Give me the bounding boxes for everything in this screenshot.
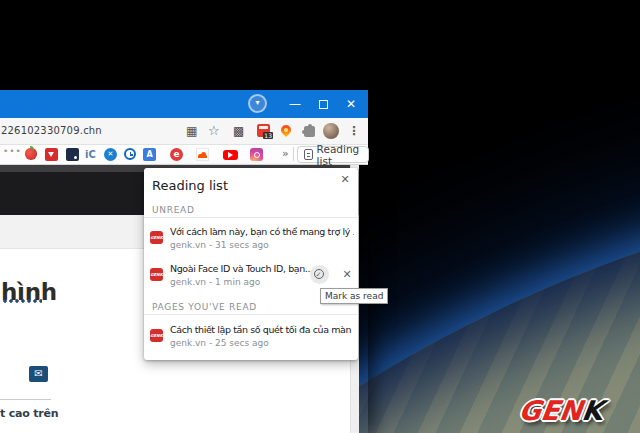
calendar-badge: 13 (263, 132, 273, 139)
mark-as-read-tooltip: Mark as read (320, 288, 388, 304)
instagram-favicon[interactable] (250, 148, 263, 161)
apple-favicon[interactable] (25, 148, 37, 160)
clock-favicon[interactable] (124, 148, 136, 160)
bookmarks-overflow-chevron[interactable]: » (282, 147, 289, 160)
youtube-favicon[interactable] (223, 150, 238, 160)
maximize-button[interactable] (308, 90, 338, 118)
bookmark-star-icon[interactable]: ☆ (208, 123, 220, 138)
reading-item-meta: genk.vn - 1 min ago (170, 277, 260, 287)
reading-item-title[interactable]: Cách thiết lập tần số quét tối đa của mà… (170, 324, 354, 335)
bookmarks-separator (293, 147, 294, 161)
mark-as-read-button[interactable]: ✓ (310, 265, 329, 284)
screenshot-root: GENK ▾ — ✕ 226102330709.chn ▦ ☆ ▩ 13 ⋮ •… (0, 0, 640, 433)
genk-favicon: GENK (150, 329, 163, 342)
titlebar-badge-icon: ▾ (248, 94, 267, 113)
reading-list-button-label: Reading list (317, 143, 362, 167)
genk-favicon: GENK (150, 268, 163, 281)
panel-title: Reading list (152, 178, 228, 193)
email-share-button[interactable]: ✉ (29, 366, 48, 382)
soundcloud-favicon[interactable] (196, 148, 209, 161)
genk-logo-watermark: GENK (517, 395, 605, 426)
unread-section-label: UNREAD (152, 205, 195, 215)
content-divider (0, 399, 51, 400)
reading-item-meta: genk.vn - 31 secs ago (170, 240, 269, 250)
extensions-puzzle-icon[interactable] (304, 126, 315, 137)
red-triangle-favicon[interactable] (45, 148, 58, 161)
minimize-button[interactable]: — (280, 90, 310, 118)
check-circle-icon: ✓ (314, 269, 324, 279)
genk-logo-gen: GEN (517, 395, 585, 426)
extension-qr-icon[interactable]: ▩ (233, 124, 244, 138)
flame-extension-icon[interactable] (279, 123, 293, 137)
bookmarks-bar: ••• iC ✕ A e » Reading list (0, 145, 368, 165)
reading-list-icon (304, 149, 313, 160)
qr-code-icon[interactable]: ▦ (186, 124, 197, 138)
window-titlebar[interactable]: ▾ — ✕ (0, 90, 368, 118)
red-e-favicon[interactable]: e (170, 148, 183, 161)
calendar-extension-icon[interactable]: 13 (257, 124, 270, 137)
article-text-fragment: t cao trên (0, 407, 58, 420)
panel-close-icon[interactable]: ✕ (337, 172, 353, 188)
browser-toolbar: 226102330709.chn ▦ ☆ ▩ 13 ⋮ (0, 118, 368, 145)
remove-item-icon[interactable]: ✕ (340, 268, 354, 282)
navy-square-favicon[interactable] (66, 148, 79, 161)
reading-item-title[interactable]: Với cách làm này, bạn có thể mang trợ lý… (170, 226, 354, 237)
browser-menu-icon[interactable]: ⋮ (348, 124, 360, 138)
genk-logo-k: K (580, 395, 605, 426)
overflow-dots-favicon[interactable]: ••• (3, 146, 22, 156)
reading-list-button[interactable]: Reading list (297, 146, 369, 163)
close-window-button[interactable]: ✕ (336, 90, 366, 118)
reading-item-title[interactable]: Ngoài Face ID và Touch ID, bạn... (170, 263, 322, 274)
translate-favicon[interactable]: A (143, 148, 156, 161)
address-bar-url[interactable]: 226102330709.chn (1, 125, 102, 136)
blue-x-favicon[interactable]: ✕ (104, 148, 117, 161)
ic-favicon[interactable]: iC (85, 149, 96, 160)
maximize-icon (319, 100, 328, 109)
section-divider (144, 314, 358, 315)
dotted-underline (2, 299, 42, 303)
read-section-label: PAGES YOU'VE READ (152, 302, 257, 312)
genk-favicon: GENK (150, 231, 163, 244)
reading-list-panel: Reading list ✕ UNREAD GENK Với cách làm … (144, 168, 358, 360)
reading-item-meta: genk.vn - 25 secs ago (170, 338, 269, 348)
section-divider (144, 217, 358, 218)
profile-avatar[interactable] (323, 123, 339, 139)
